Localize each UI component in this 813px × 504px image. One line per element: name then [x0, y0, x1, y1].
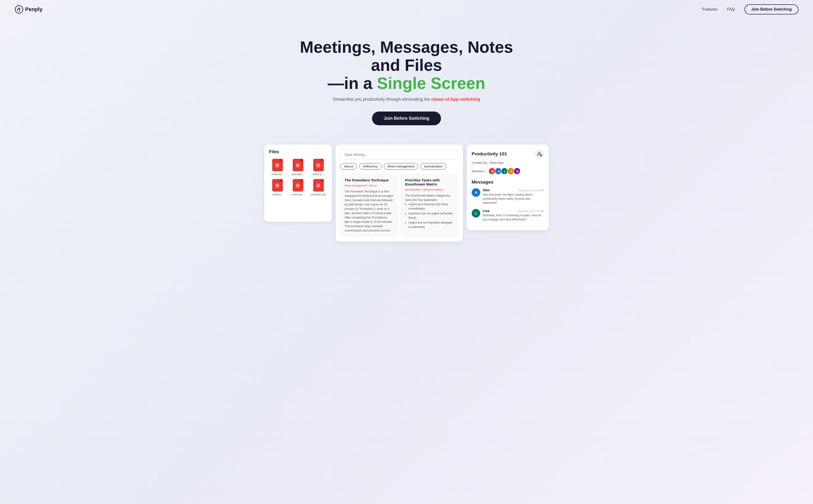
note-bullets: Urgent and important (do these immediate… [405, 202, 454, 229]
note-tag: #decision-making [422, 188, 443, 191]
files-panel: Files mind-ma... pomodor... batch-p... [264, 145, 332, 222]
tags-row: #focus #efficiency #time-management #pri… [340, 163, 458, 170]
msg-name: Lisa [483, 209, 489, 213]
file-name: pomodor... [292, 173, 304, 176]
note-tag: #time-management [345, 184, 367, 187]
hero-subtitle-red: chaos of App-switching [431, 97, 480, 102]
nav-features[interactable]: Features [702, 7, 718, 12]
avatars: B A L C D [488, 167, 520, 175]
file-name: prioritize.pdf [311, 193, 326, 196]
notes-cards: The Pomodoro Technique #time-management … [340, 174, 458, 237]
note-tags: #time-management #focus [345, 184, 393, 187]
bullet-item: Urgent and important (do these immediate… [408, 202, 454, 211]
avatar-circle: D [514, 168, 520, 175]
file-name: smart-go... [292, 193, 305, 196]
note-body: The Eisenhower Matrix categorizes tasks … [405, 193, 454, 229]
messages-title: Messages [472, 179, 544, 185]
file-icon [293, 179, 303, 192]
file-item[interactable]: batch-p... [310, 159, 327, 176]
logo[interactable]: Penply [14, 5, 42, 14]
msg-text: Definitely, Alex! I'm drowning in tasks.… [483, 213, 544, 222]
file-icon [313, 179, 324, 192]
msg-avatar: A [472, 188, 480, 197]
msg-avatar-circle: A [472, 188, 480, 197]
msg-header: Alex Yesterday at 10:00 AM [483, 188, 544, 192]
msg-header: Lisa Yesterday at 10:10 AM [483, 209, 544, 213]
tag-efficiency[interactable]: #efficiency [359, 163, 381, 170]
file-icon [293, 159, 303, 171]
file-icon [272, 159, 283, 171]
tag-prioritization[interactable]: #prioritization [420, 163, 446, 170]
file-item[interactable]: smart-go... [290, 179, 307, 196]
hero-title-part2: —in a [328, 74, 377, 92]
note-tag: #focus [369, 184, 377, 187]
tag-focus[interactable]: #focus [340, 163, 357, 170]
msg-text: Hey everyone! I've been reading about pr… [483, 193, 544, 205]
dashboard-preview: Files mind-ma... pomodor... batch-p... [250, 140, 563, 242]
nav-cta-button[interactable]: Join Before Switching [745, 4, 799, 14]
avatar: D [513, 167, 520, 175]
message-item: L Lisa Yesterday at 10:10 AM Definitely,… [472, 209, 544, 222]
nav-faq[interactable]: FAQ [727, 7, 735, 12]
bullet-item: Important but not urgent (schedule these… [408, 211, 454, 220]
note-card-title: The Pomodoro Technique [345, 178, 393, 182]
note-card-title: Prioritize Tasks with Eisenhower Matrix [405, 178, 454, 186]
productivity-header: Productivity 101 [472, 149, 544, 159]
add-member-button[interactable] [535, 149, 544, 159]
notes-panel: #focus #efficiency #time-management #pri… [336, 145, 463, 242]
hero-title-green: Single Screen [377, 74, 485, 92]
msg-time: Yesterday at 10:00 AM [517, 189, 544, 192]
tag-time-management[interactable]: #time-management [384, 163, 418, 170]
msg-content: Alex Yesterday at 10:00 AM Hey everyone!… [483, 188, 544, 205]
hero-subtitle: Streamline you productivity through elim… [10, 97, 803, 102]
svg-point-1 [538, 152, 540, 154]
members-label: Members : [472, 169, 486, 173]
hero-title-part1: Meetings, Messages, Notes and Files [300, 38, 513, 74]
productivity-panel: Productivity 101 Created By : Bella Alex… [467, 145, 549, 230]
logo-text: Penply [25, 6, 42, 13]
messages-section: Messages A Alex Yesterday at 10:00 AM He… [472, 179, 544, 221]
msg-name: Alex [483, 188, 490, 192]
files-panel-title: Files [269, 149, 327, 154]
bullet-item: Urgent but not important (delegate or au… [408, 220, 454, 229]
hero-title: Meetings, Messages, Notes and Files —in … [298, 38, 515, 92]
note-tag: #prioritization [405, 188, 421, 191]
note-card-eisenhower[interactable]: Prioritize Tasks with Eisenhower Matrix … [401, 174, 458, 237]
notes-input[interactable] [340, 149, 458, 160]
file-item[interactable]: mind-ma... [269, 159, 286, 176]
file-item[interactable]: pomodor... [290, 159, 307, 176]
note-card-pomodoro[interactable]: The Pomodoro Technique #time-management … [340, 174, 398, 237]
message-item: A Alex Yesterday at 10:00 AM Hey everyon… [472, 188, 544, 205]
file-icon [272, 179, 283, 192]
note-tags: #prioritization #decision-making [405, 188, 454, 191]
file-name: batch-p... [313, 173, 324, 176]
created-by: Created By : Bella Alex [472, 161, 544, 165]
nav-links: Features FAQ Join Before Switching [702, 4, 799, 14]
file-item[interactable]: multi-ta... [269, 179, 286, 196]
files-grid: mind-ma... pomodor... batch-p... multi-t… [269, 159, 327, 196]
hero-cta-button[interactable]: Join Before Switching [372, 112, 441, 125]
msg-avatar-circle: L [472, 209, 480, 218]
file-item[interactable]: prioritize.pdf [310, 179, 327, 196]
file-icon [313, 159, 324, 171]
file-name: multi-ta... [272, 193, 283, 196]
msg-time: Yesterday at 10:10 AM [517, 210, 544, 212]
productivity-title: Productivity 101 [472, 151, 507, 157]
hero-section: Meetings, Messages, Notes and Files —in … [0, 19, 813, 140]
navbar: Penply Features FAQ Join Before Switchin… [0, 0, 813, 19]
file-name: mind-ma... [271, 173, 284, 176]
members-row: Members : B A L C D [472, 167, 544, 175]
hero-subtitle-part1: Streamline you productivity through elim… [333, 97, 431, 102]
msg-content: Lisa Yesterday at 10:10 AM Definitely, A… [483, 209, 544, 222]
msg-avatar: L [472, 209, 480, 218]
note-body: The Pomodoro Technique is a time managem… [345, 189, 393, 233]
